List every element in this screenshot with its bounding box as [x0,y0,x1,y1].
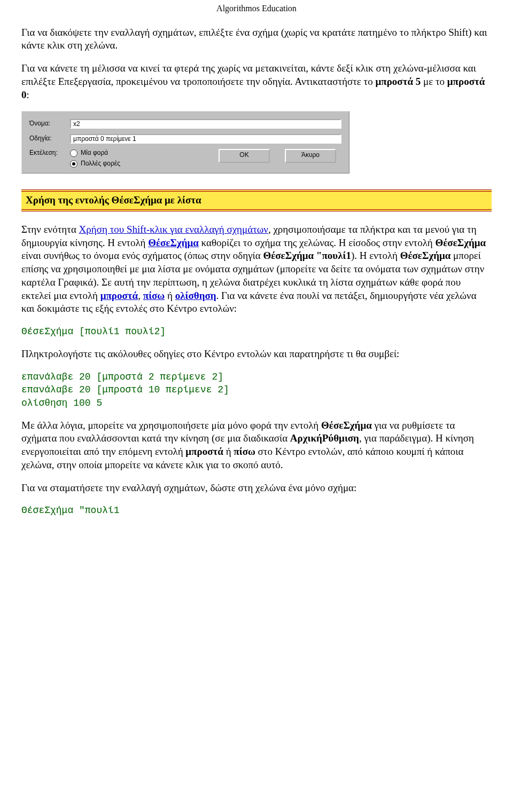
bold-text: ΑρχικήΡύθμιση [290,432,359,444]
ok-button[interactable]: OK [219,149,270,163]
text: ή [223,446,234,457]
link-back[interactable]: πίσω [143,290,165,301]
instruction-label: Οδηγία: [29,135,70,143]
paragraph-5: Με άλλα λόγια, μπορείτε να χρησιμοποιήσε… [21,419,492,472]
bold-text: ΘέσεΣχήμα [321,420,372,431]
paragraph-body: Στην ενότητα Χρήση του Shift-κλικ για εν… [21,223,492,316]
dialog-box: Όνομα: Οδηγία: Εκτέλεση: Μία φορά Πολλές… [21,111,349,174]
code-block-1: ΘέσεΣχήμα [πουλί1 πουλί2] [21,325,492,338]
section-header: Χρήση της εντολής ΘέσεΣχήμα με λίστα [21,190,492,211]
cancel-button[interactable]: Άκυρο [285,149,336,163]
text: Με άλλα λόγια, μπορείτε να χρησιμοποιήσε… [21,420,321,431]
paragraph-6: Για να σταματήσετε την εναλλαγή σχημάτων… [21,482,492,495]
text: Στην ενότητα [21,224,79,235]
radio-once[interactable]: Μία φορά [70,149,120,157]
instruction-field[interactable] [70,134,341,144]
paragraph-intro-2: Για να κάνετε τη μέλισσα να κινεί τα φτε… [21,62,492,101]
link-shift-click[interactable]: Χρήση του Shift-κλικ για εναλλαγή σχημάτ… [79,224,268,235]
bold-text: πίσω [234,446,255,457]
link-slide[interactable]: ολίσθηση [175,290,216,301]
text: καθορίζει το σχήμα της χελώνας. Η είσοδο… [199,237,436,248]
page-header: Algorithmos Education [21,0,492,26]
link-theseschima[interactable]: ΘέσεΣχήμα [148,237,199,248]
radio-many-label: Πολλές φορές [81,160,120,168]
text: ). Η εντολή [351,250,400,261]
radio-icon [70,149,77,157]
name-label: Όνομα: [29,120,70,128]
paragraph-4: Πληκτρολογήστε τις ακόλουθες οδηγίες στο… [21,348,492,361]
execution-label: Εκτέλεση: [29,149,70,157]
radio-icon [70,160,77,168]
bold-text: ΘέσεΣχήμα [400,250,451,261]
bold-text: μπροστά [185,446,223,457]
text: : [27,89,29,100]
text: , [138,290,143,301]
code-block-3: ΘέσεΣχήμα "πουλί1 [21,504,492,517]
radio-once-label: Μία φορά [81,149,108,157]
bold-text: ΘέσεΣχήμα "πουλί1 [263,250,351,261]
paragraph-intro-1: Για να διακόψετε την εναλλαγή σχημάτων, … [21,26,492,52]
link-forward[interactable]: μπροστά [100,290,138,301]
text: ή [165,290,175,301]
bold-text: ΘέσεΣχήμα [435,237,486,248]
bold-text: μπροστά 5 [375,76,421,87]
name-field[interactable] [70,119,341,129]
text: είναι συνήθως το όνομα ενός σχήματος (όπ… [21,250,263,261]
radio-many[interactable]: Πολλές φορές [70,160,120,168]
code-block-2: επανάλαβε 20 [μπροστά 2 περίμενε 2] επαν… [21,370,492,409]
text: με το [421,76,447,87]
